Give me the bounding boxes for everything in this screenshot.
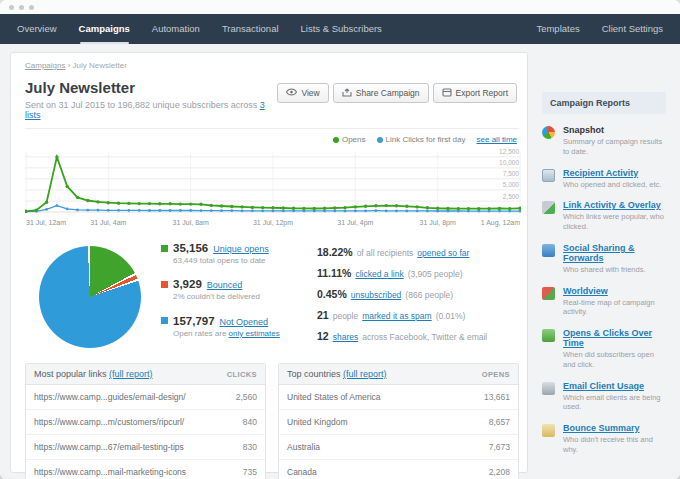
shares-link[interactable]: shares [333,332,359,342]
sidebar-item-title[interactable]: Social Sharing & Forwards [563,243,666,263]
row-label[interactable]: https://www.camp...m/customers/ripcurl/ [34,417,184,427]
view-button[interactable]: View [277,83,328,103]
row-value: 13,661 [484,392,510,402]
unique-opens-link[interactable]: Unique opens [213,244,269,254]
stat-subtext: 63,449 total opens to date [173,256,309,266]
stat-row-value: 12 [317,330,329,342]
opens-dot-icon [333,137,339,143]
window-control-icon[interactable] [29,5,34,10]
nav-left: OverviewCampaignsAutomationTransactional… [6,14,393,44]
svg-text:31 Jul, 12am: 31 Jul, 12am [26,219,66,226]
row-value: 7,673 [489,442,510,452]
svg-text:31 Jul, 8pm: 31 Jul, 8pm [420,219,456,227]
sidebar-item-body: Bounce SummaryWho didn't receive this an… [563,423,666,455]
stat-head: 157,797Not Opened [161,315,309,327]
nav-item-templates[interactable]: Templates [525,14,590,44]
sidebar-item-worldview: WorldviewReal-time map of campaign activ… [542,286,666,318]
full-report-link[interactable]: (full report) [343,369,387,379]
stat-row-post: (3,905 people) [408,269,463,279]
stat-row-value: 21 [317,309,329,321]
stat-bounced: 3,929Bounced2% couldn't be delivered [161,278,309,302]
legend-opens: Opens [333,135,366,144]
stat-row-clicked-a-link: 11.11%clicked a link(3,905 people) [317,267,487,279]
sidebar-items: SnapshotSummary of campaign results to d… [542,125,666,455]
delivery-pie-chart [39,246,141,348]
legend-label: Link Clicks for first day [386,135,466,144]
chart-svg: 2,5005,0007,50010,00012,50031 Jul, 12am3… [25,148,521,230]
row-value: 2,560 [236,392,257,402]
sidebar-item-body: WorldviewReal-time map of campaign activ… [563,286,666,318]
share-icon [342,88,352,99]
table-header: Top countries (full report)OPENS [279,364,518,385]
linkactivity-icon [542,201,555,214]
sidebar-item-body: Opens & Clicks Over TimeWhen did subscri… [563,328,666,370]
row-label[interactable]: https://www.camp...mail-marketing-icons [34,467,186,477]
table-header: Most popular links (full report)CLICKS [26,364,265,385]
sidebar-item-title[interactable]: Email Client Usage [563,381,666,391]
opens-clicks-chart[interactable]: 2,5005,0007,50010,00012,50031 Jul, 12am3… [25,148,521,234]
row-value: 735 [243,467,257,477]
sidebar-item-social-sharing-forwards: Social Sharing & ForwardsWho shared with… [542,243,666,275]
clicked-a-link-link[interactable]: clicked a link [355,269,403,279]
window-control-icon[interactable] [9,5,14,10]
see-all-time-link[interactable]: see all time [477,135,517,144]
sidebar-item-desc: Real-time map of campaign activity. [563,298,666,318]
marked-it-as-spam-link[interactable]: marked it as spam [362,311,431,321]
report-card: Campaigns › July Newsletter July Newslet… [10,52,528,473]
nav-item-lists-subscribers[interactable]: Lists & Subscribers [290,14,393,44]
nav-item-campaigns[interactable]: Campaigns [68,14,141,44]
sidebar-item-body: SnapshotSummary of campaign results to d… [563,125,666,157]
nav-item-transactional[interactable]: Transactional [211,14,290,44]
table-title: Most popular links (full report) [34,369,153,379]
sidebar-item-opens-clicks-over-time: Opens & Clicks Over TimeWhen did subscri… [542,328,666,370]
delivery-stats: 35,156Unique opens63,449 total opens to … [161,242,309,351]
summary-tables: Most popular links (full report)CLICKSht… [25,363,521,479]
table-row: Australia7,673 [279,435,518,460]
sidebar-item-body: Social Sharing & ForwardsWho shared with… [563,243,666,275]
sidebar-item-title[interactable]: Recipient Activity [563,168,661,178]
full-report-link[interactable]: (full report) [109,369,153,379]
row-label[interactable]: https://www.camp...67/email-testing-tips [34,442,184,452]
not-opened-link[interactable]: Not Opened [220,317,269,327]
stat-row-value: 0.45% [317,288,347,300]
openstime-icon [542,329,555,342]
opened-so-far-link[interactable]: opened so far [417,248,469,258]
sidebar-item-title[interactable]: Snapshot [563,125,666,135]
row-label: Canada [287,467,317,477]
unsubscribed-link[interactable]: unsubscribed [351,290,402,300]
bounce-icon [542,424,555,437]
sidebar-item-title[interactable]: Worldview [563,286,666,296]
social-icon [542,244,555,257]
stat-subtext: 2% couldn't be delivered [173,292,309,302]
export-report-button[interactable]: Export Report [433,83,517,103]
snapshot-overview: 35,156Unique opens63,449 total opens to … [25,242,521,351]
sidebar-item-title[interactable]: Opens & Clicks Over Time [563,328,666,348]
only-estimates-link[interactable]: only estimates [229,329,280,338]
legend-label: Opens [342,135,366,144]
breadcrumb-campaigns-link[interactable]: Campaigns [25,61,65,70]
sidebar-header: Campaign Reports [542,92,666,114]
svg-text:2,500: 2,500 [503,193,520,200]
share-campaign-button[interactable]: Share Campaign [333,83,429,103]
sidebar-item-title[interactable]: Link Activity & Overlay [563,200,666,210]
bounced-link[interactable]: Bounced [207,280,243,290]
campaign-subtitle: Sent on 31 Jul 2015 to 196,882 unique su… [25,100,277,120]
sidebar-item-body: Link Activity & OverlayWhich links were … [563,200,666,232]
svg-text:7,500: 7,500 [503,170,520,177]
sidebar-item-desc: Which links were popular, who clicked. [563,212,666,232]
stat-row-shares: 12sharesacross Facebook, Twitter & email [317,330,487,342]
window-control-icon[interactable] [19,5,24,10]
nav-item-client-settings[interactable]: Client Settings [591,14,674,44]
engagement-stats: 18.22%of all recipientsopened so far11.1… [317,242,487,351]
table-row: https://www.camp...mail-marketing-icons7… [26,460,265,479]
table-top-countries: Top countries (full report)OPENSUnited S… [278,363,519,479]
nav-right: TemplatesClient Settings [525,14,674,44]
sidebar-item-title[interactable]: Bounce Summary [563,423,666,433]
row-value: 8,657 [489,417,510,427]
stat-value: 35,156 [173,242,208,254]
svg-text:10,000: 10,000 [499,159,519,166]
nav-item-automation[interactable]: Automation [141,14,211,44]
nav-item-overview[interactable]: Overview [6,14,68,44]
row-label[interactable]: https://www.camp...guides/email-design/ [34,392,186,402]
sidebar-item-desc: Summary of campaign results to date. [563,137,666,157]
